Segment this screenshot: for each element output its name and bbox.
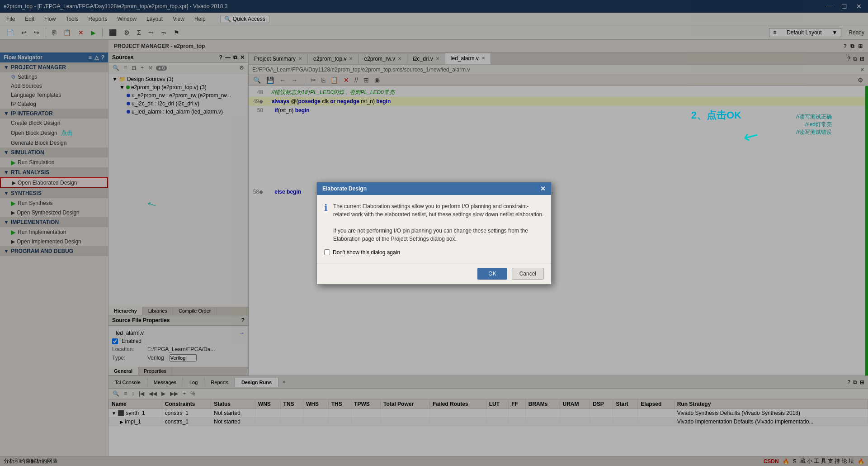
dialog-close-button[interactable]: ✕ — [540, 185, 546, 192]
dialog-content: ℹ The current Elaboration settings allow… — [317, 195, 551, 263]
dont-show-label: Don't show this dialog again — [333, 249, 400, 256]
dialog-titlebar: Elaborate Design ✕ — [317, 182, 551, 195]
dialog-body: ℹ The current Elaboration settings allow… — [324, 202, 544, 243]
cancel-button[interactable]: Cancel — [512, 268, 544, 280]
annotation-ok-arrow: ↘ — [739, 125, 765, 149]
dialog-buttons: OK Cancel — [317, 263, 551, 284]
dialog-title: Elaborate Design — [322, 185, 367, 192]
dialog-overlay: Elaborate Design ✕ ℹ The current Elabora… — [0, 0, 868, 466]
ok-button[interactable]: OK — [477, 268, 507, 280]
dialog-info-icon: ℹ — [324, 202, 328, 243]
dialog-checkbox-row: Don't show this dialog again — [324, 249, 544, 256]
dialog-message: The current Elaboration settings allow y… — [333, 202, 544, 243]
annotation-ok-text: 2、点击OK — [691, 109, 741, 122]
dont-show-checkbox[interactable] — [324, 249, 330, 255]
elaborate-design-dialog: Elaborate Design ✕ ℹ The current Elabora… — [316, 182, 552, 285]
